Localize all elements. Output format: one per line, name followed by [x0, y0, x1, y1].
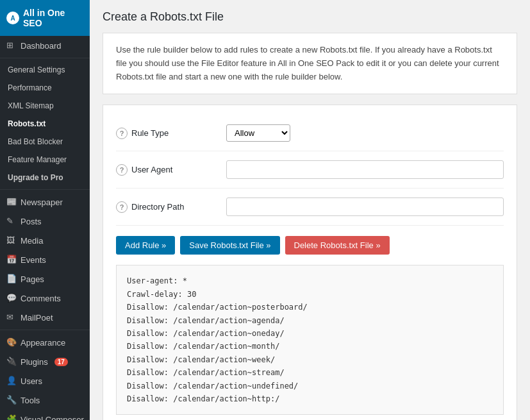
sidebar-item-label: Comments: [21, 294, 61, 303]
sidebar-item-appearance[interactable]: 🎨 Appearance: [0, 333, 90, 352]
sidebar-item-upgrade[interactable]: Upgrade to Pro: [0, 169, 90, 187]
add-rule-button[interactable]: Add Rule »: [116, 236, 175, 255]
sidebar-item-label: Feature Manager: [8, 155, 67, 164]
info-text: Use the rule builder below to add rules …: [116, 44, 504, 83]
rule-type-select[interactable]: Allow Disallow: [226, 124, 290, 142]
sidebar-logo[interactable]: A All in One SEO: [0, 0, 90, 36]
sidebar-item-newspaper[interactable]: 📰 Newspaper: [0, 192, 90, 212]
aioseo-logo-icon: A: [6, 12, 19, 24]
directory-path-control: [226, 197, 504, 216]
newspaper-icon: 📰: [6, 197, 17, 207]
appearance-icon: 🎨: [6, 337, 17, 348]
robots-output-line: Crawl-delay: 30: [127, 288, 493, 301]
user-agent-row: ? User Agent: [116, 151, 504, 189]
plugins-badge: 17: [54, 358, 68, 366]
robots-output-line: Disallow: /calendar/action~posterboard/: [127, 301, 493, 314]
robots-output-line: Disallow: /calendar/action~http:/: [127, 392, 493, 405]
sidebar-item-events[interactable]: 📅 Events: [0, 250, 90, 269]
sidebar-item-label: Events: [21, 255, 46, 265]
tools-icon: 🔧: [6, 395, 17, 405]
robots-output-line: Disallow: /calendar/action~undefined/: [127, 380, 493, 392]
sidebar-item-performance[interactable]: Performance: [0, 79, 90, 97]
directory-path-label-text: Directory Path: [131, 202, 184, 212]
comments-icon: 💬: [6, 293, 17, 303]
sidebar-item-label: Pages: [21, 274, 44, 284]
sidebar-item-label: Bad Bot Blocker: [8, 137, 63, 146]
sidebar-item-label: XML Sitemap: [8, 101, 54, 110]
sidebar-item-plugins[interactable]: 🔌 Plugins 17: [0, 352, 90, 371]
robots-output-line: Disallow: /calendar/action~agenda/: [127, 314, 493, 327]
info-card: Use the rule builder below to add rules …: [103, 33, 517, 94]
media-icon: 🖼: [6, 235, 17, 246]
sidebar-item-mailpoet[interactable]: ✉ MailPoet: [0, 308, 90, 327]
rule-type-help-icon[interactable]: ?: [116, 128, 128, 139]
sidebar-item-media[interactable]: 🖼 Media: [0, 231, 90, 250]
sidebar-item-label: Plugins: [21, 357, 48, 367]
events-icon: 📅: [6, 255, 17, 265]
plugins-icon: 🔌: [6, 357, 17, 367]
visual-composer-icon: 🧩: [6, 414, 17, 420]
pages-icon: 📄: [6, 274, 17, 284]
directory-path-label: ? Directory Path: [116, 201, 219, 213]
sidebar-item-label: Upgrade to Pro: [8, 173, 63, 182]
robots-output-line: User-agent: *: [127, 274, 493, 287]
sidebar-item-comments[interactable]: 💬 Comments: [0, 289, 90, 308]
sidebar-item-label: Media: [21, 236, 43, 246]
sidebar-item-label: Performance: [8, 83, 52, 92]
user-agent-label-text: User Agent: [131, 165, 172, 174]
user-agent-help-icon[interactable]: ?: [116, 164, 128, 176]
sidebar-item-visual-composer[interactable]: 🧩 Visual Composer: [0, 410, 90, 420]
directory-path-help-icon[interactable]: ?: [116, 201, 128, 213]
sidebar-item-robots-txt[interactable]: Robots.txt: [0, 115, 90, 133]
user-agent-input[interactable]: [226, 160, 504, 179]
dashboard-icon: ⊞: [6, 40, 17, 51]
users-icon: 👤: [6, 376, 17, 386]
sidebar-item-label: Newspaper: [21, 197, 63, 207]
robots-output-line: Disallow: /calendar/action~month/: [127, 340, 493, 353]
directory-path-input[interactable]: [226, 197, 504, 216]
rule-type-control: Allow Disallow: [226, 124, 504, 142]
sidebar-item-dashboard[interactable]: ⊞ Dashboard: [0, 36, 90, 55]
rule-type-label-text: Rule Type: [131, 128, 169, 138]
posts-icon: ✎: [6, 216, 17, 226]
robots-output-line: Disallow: /calendar/action~oneday/: [127, 327, 493, 340]
sidebar-logo-label: All in One SEO: [23, 8, 83, 28]
robots-output-line: Disallow: /calendar/action~week/: [127, 353, 493, 366]
button-row: Add Rule » Save Robots.txt File » Delete…: [116, 226, 504, 265]
robots-output-line: Disallow: /calendar/action~stream/: [127, 366, 493, 379]
sidebar-item-label: Dashboard: [21, 41, 62, 51]
sidebar-item-label: Users: [21, 376, 42, 386]
robots-output: User-agent: *Crawl-delay: 30Disallow: /c…: [116, 265, 504, 415]
rule-type-row: ? Rule Type Allow Disallow: [116, 115, 504, 151]
form-card: ? Rule Type Allow Disallow ? User Agent: [103, 105, 517, 420]
directory-path-row: ? Directory Path: [116, 189, 504, 226]
sidebar: A All in One SEO ⊞ Dashboard General Set…: [0, 0, 90, 420]
aioseo-submenu: General Settings Performance XML Sitemap…: [0, 61, 90, 187]
main-content: Create a Robots.txt File Use the rule bu…: [90, 0, 530, 420]
user-agent-label: ? User Agent: [116, 164, 219, 176]
sidebar-item-users[interactable]: 👤 Users: [0, 371, 90, 391]
rule-type-label: ? Rule Type: [116, 128, 219, 139]
sidebar-item-general-settings[interactable]: General Settings: [0, 61, 90, 79]
sidebar-item-posts[interactable]: ✎ Posts: [0, 212, 90, 231]
delete-robots-button[interactable]: Delete Robots.txt File »: [285, 236, 390, 255]
sidebar-item-bad-bot-blocker[interactable]: Bad Bot Blocker: [0, 133, 90, 151]
mailpoet-icon: ✉: [6, 312, 17, 323]
sidebar-item-label: Robots.txt: [8, 119, 46, 128]
sidebar-item-label: Visual Composer: [21, 415, 84, 421]
sidebar-item-feature-manager[interactable]: Feature Manager: [0, 151, 90, 169]
sidebar-item-label: Appearance: [21, 338, 65, 348]
sidebar-item-label: MailPoet: [21, 313, 53, 323]
sidebar-item-label: General Settings: [8, 65, 65, 74]
sidebar-item-tools[interactable]: 🔧 Tools: [0, 391, 90, 410]
sidebar-item-label: Tools: [21, 396, 40, 405]
user-agent-control: [226, 160, 504, 179]
sidebar-item-pages[interactable]: 📄 Pages: [0, 269, 90, 289]
sidebar-item-label: Posts: [21, 217, 42, 226]
page-title: Create a Robots.txt File: [103, 10, 517, 24]
save-robots-button[interactable]: Save Robots.txt File »: [180, 236, 279, 255]
sidebar-item-xml-sitemap[interactable]: XML Sitemap: [0, 97, 90, 115]
